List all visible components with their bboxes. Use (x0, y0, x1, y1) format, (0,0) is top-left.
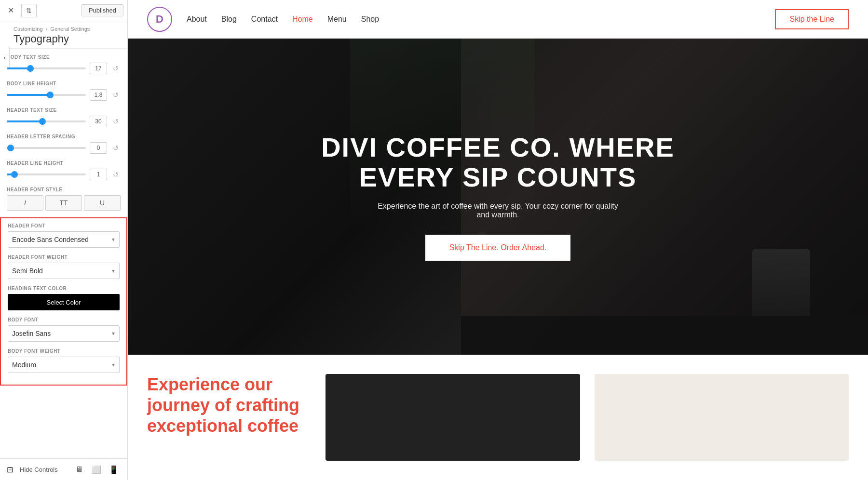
panel-footer: ⊡ Hide Controls 🖥 ⬜ 📱 (0, 458, 127, 480)
body-font-group: BODY FONT Josefin Sans Open Sans Roboto … (8, 317, 120, 342)
breadcrumb-separator: › (46, 26, 48, 32)
header-letter-spacing-label: HEADER LETTER SPACING (7, 134, 121, 139)
hero-subtitle: Experience the art of coffee with every … (378, 202, 619, 219)
header-line-height-group: HEADER LINE HEIGHT 1 ↺ (7, 160, 121, 180)
header-font-select[interactable]: Encode Sans Condensed Open Sans Roboto (8, 231, 120, 248)
hero-cta-button[interactable]: Skip The Line. Order Ahead. (425, 235, 571, 261)
body-text-size-group: BODY TEXT SIZE 17 ↺ (7, 54, 121, 74)
header-line-height-value[interactable]: 1 (90, 169, 107, 180)
header-font-group: HEADER FONT Encode Sans Condensed Open S… (8, 223, 120, 248)
hide-controls-button[interactable]: Hide Controls (20, 466, 58, 473)
body-font-weight-select[interactable]: Medium Bold Regular (8, 357, 120, 373)
header-text-size-reset[interactable]: ↺ (111, 117, 121, 126)
body-line-height-slider[interactable] (7, 94, 86, 96)
header-line-height-label: HEADER LINE HEIGHT (7, 160, 121, 166)
below-hero-section: Experience our journey of crafting excep… (128, 355, 868, 480)
body-line-height-group: BODY LINE HEIGHT 1.8 ↺ (7, 81, 121, 101)
breadcrumb: Customizing › General Settings Typograph… (0, 21, 127, 49)
header-font-weight-group: HEADER FONT WEIGHT Semi Bold Bold Regula… (8, 254, 120, 279)
header-letter-spacing-reset[interactable]: ↺ (111, 143, 121, 153)
experience-text: Experience our journey of crafting excep… (147, 374, 311, 437)
back-button[interactable]: ‹ (0, 47, 10, 68)
header-text-size-slider[interactable] (7, 120, 86, 122)
body-line-height-value[interactable]: 1.8 (90, 89, 107, 101)
breadcrumb-part1: Customizing (14, 26, 43, 32)
italic-button[interactable]: I (7, 195, 43, 211)
hero-title: DIVI COFFEE CO. WHERE EVERY SIP COUNTS (305, 133, 691, 192)
published-button[interactable]: Published (81, 4, 123, 16)
thumbnail-image-1 (326, 374, 580, 461)
header-text-size-group: HEADER TEXT SIZE 30 ↺ (7, 107, 121, 127)
body-text-size-slider[interactable] (7, 67, 86, 69)
heading-color-select-button[interactable]: Select Color (8, 294, 120, 310)
site-logo: D (147, 7, 172, 32)
nav-shop[interactable]: Shop (361, 15, 379, 24)
header-letter-spacing-value[interactable]: 0 (90, 142, 107, 154)
underline-button[interactable]: U (84, 195, 121, 211)
breadcrumb-part2: General Settings (50, 26, 90, 32)
header-font-weight-label: HEADER FONT WEIGHT (8, 254, 120, 260)
header-letter-spacing-group: HEADER LETTER SPACING 0 ↺ (7, 134, 121, 154)
header-text-size-label: HEADER TEXT SIZE (7, 107, 121, 113)
body-font-weight-group: BODY FONT WEIGHT Medium Bold Regular ▾ (8, 348, 120, 373)
experience-title: Experience our journey of crafting excep… (147, 374, 311, 437)
close-button[interactable]: ✕ (4, 4, 17, 17)
hide-controls-icon: ⊡ (7, 465, 13, 474)
heading-text-color-label: HEADING TEXT COLOR (8, 286, 120, 291)
header-line-height-slider[interactable] (7, 173, 86, 175)
header-text-size-value[interactable]: 30 (90, 116, 107, 127)
nav-menu[interactable]: Menu (327, 15, 347, 24)
device-buttons: 🖥 ⬜ 📱 (72, 463, 121, 476)
panel-title: Typography (14, 33, 121, 45)
desktop-button[interactable]: 🖥 (72, 463, 86, 476)
header-line-height-reset[interactable]: ↺ (111, 170, 121, 179)
undo-redo-button[interactable]: ⇅ (21, 4, 37, 17)
thumbnail-image-2 (595, 374, 849, 461)
site-navigation: D About Blog Contact Home Menu Shop Skip… (128, 0, 868, 39)
mobile-button[interactable]: 📱 (107, 463, 121, 476)
header-font-style-label: HEADER FONT STYLE (7, 187, 121, 192)
hero-content: DIVI COFFEE CO. WHERE EVERY SIP COUNTS E… (128, 39, 868, 355)
site-preview: D About Blog Contact Home Menu Shop Skip… (128, 0, 868, 480)
body-font-weight-label: BODY FONT WEIGHT (8, 348, 120, 354)
body-text-size-reset[interactable]: ↺ (111, 64, 121, 73)
nav-about[interactable]: About (187, 15, 207, 24)
nav-links: About Blog Contact Home Menu Shop (187, 15, 775, 24)
hero-section: DIVI COFFEE CO. WHERE EVERY SIP COUNTS E… (128, 39, 868, 355)
heading-text-color-group: HEADING TEXT COLOR Select Color (8, 286, 120, 310)
highlighted-font-section: HEADER FONT Encode Sans Condensed Open S… (0, 217, 127, 386)
header-font-weight-select[interactable]: Semi Bold Bold Regular (8, 263, 120, 279)
body-text-size-label: BODY TEXT SIZE (7, 54, 121, 60)
nav-contact[interactable]: Contact (251, 15, 278, 24)
nav-blog[interactable]: Blog (221, 15, 237, 24)
body-line-height-label: BODY LINE HEIGHT (7, 81, 121, 86)
nav-skip-button[interactable]: Skip the Line (775, 9, 849, 29)
header-font-label: HEADER FONT (8, 223, 120, 228)
customizer-panel: ✕ ⇅ Published ‹ Customizing › General Se… (0, 0, 128, 480)
body-line-height-reset[interactable]: ↺ (111, 90, 121, 100)
top-bar: ✕ ⇅ Published (0, 0, 127, 21)
panel-controls: BODY TEXT SIZE 17 ↺ BODY LINE HEIGHT 1.8… (0, 49, 127, 458)
uppercase-button[interactable]: TT (45, 195, 82, 211)
body-font-select[interactable]: Josefin Sans Open Sans Roboto (8, 325, 120, 342)
header-font-style-group: HEADER FONT STYLE I TT U (7, 187, 121, 211)
body-text-size-value[interactable]: 17 (90, 63, 107, 74)
tablet-button[interactable]: ⬜ (90, 463, 103, 476)
header-letter-spacing-slider[interactable] (7, 147, 86, 149)
body-font-label: BODY FONT (8, 317, 120, 322)
nav-home[interactable]: Home (292, 15, 313, 24)
